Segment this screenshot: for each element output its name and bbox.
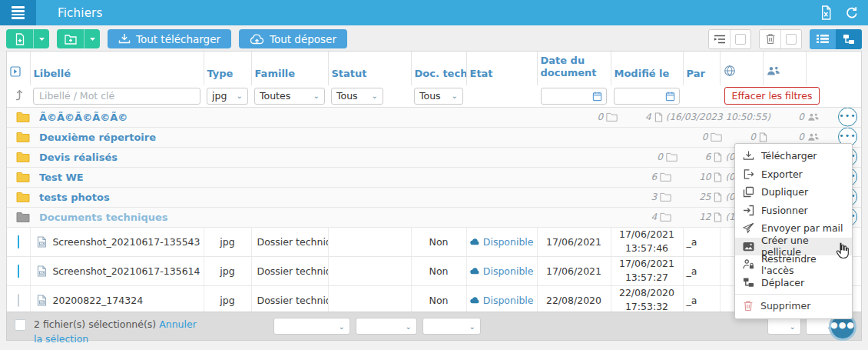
- download-all-button[interactable]: Tout télécharger: [108, 29, 231, 48]
- statut-filter-select[interactable]: Tous⌄: [331, 88, 383, 105]
- row-actions-button[interactable]: •••: [838, 108, 857, 127]
- bulk-statut-select[interactable]: ⌄: [356, 318, 417, 335]
- image-file-icon: [37, 236, 47, 248]
- col-header-etat[interactable]: Etat: [466, 52, 537, 85]
- cell-type: jpg: [204, 256, 251, 285]
- new-file-dropdown-caret[interactable]: [33, 29, 49, 48]
- file-name: Screenshot_20210617-135614: [52, 265, 200, 277]
- delete-option-checkbox[interactable]: [780, 30, 801, 48]
- file-count-icon: [759, 132, 767, 142]
- folder-count-icon: [606, 112, 618, 122]
- cell-statut: [328, 285, 411, 315]
- cloud-icon: [470, 238, 479, 246]
- menu-item-dupliquer[interactable]: Dupliquer: [735, 183, 852, 202]
- footer-select-checkbox[interactable]: [15, 319, 26, 331]
- expand-option-group: [708, 29, 751, 49]
- hamburger-menu-icon[interactable]: [0, 0, 36, 25]
- folder-row[interactable]: Documents techniques412(19/02/20•••: [7, 207, 861, 227]
- cell-etat: Disponible: [470, 295, 534, 306]
- cell-modifie-le: 17/06/202113:57:27: [615, 257, 680, 285]
- folder-name: Ã©Ã©Ã©Ã©Ã©: [39, 112, 128, 123]
- user-count: 0: [786, 112, 820, 122]
- cell-type: jpg: [204, 227, 251, 256]
- folder-row[interactable]: Ã©Ã©Ã©Ã©Ã©04(16/03/2023 10:50:55)0•••: [7, 107, 861, 127]
- chevron-down-icon: [38, 37, 45, 42]
- new-file-split-button: [6, 29, 49, 48]
- group-icon[interactable]: [763, 52, 806, 85]
- globe-icon[interactable]: [720, 52, 763, 85]
- delete-option-group: [759, 29, 802, 49]
- date-document-filter-input[interactable]: [541, 88, 607, 105]
- file-row[interactable]: Screenshot_20210617-135543jpgDossier tec…: [7, 227, 861, 256]
- col-header-libelle[interactable]: Libellé: [30, 52, 204, 85]
- expand-all-icon[interactable]: [7, 52, 30, 85]
- file-checkbox[interactable]: [18, 265, 19, 278]
- mouse-cursor-hand: [834, 242, 851, 260]
- trash-icon[interactable]: [760, 30, 780, 48]
- folder-row[interactable]: Deuxième répertoire000•••: [7, 127, 861, 147]
- bulk-actions-button[interactable]: ●●●: [831, 315, 854, 338]
- col-header-actions: [806, 52, 861, 85]
- type-filter-select[interactable]: jpg⌄: [207, 88, 248, 105]
- col-header-par[interactable]: Par: [683, 52, 720, 85]
- cell-etat: Disponible: [470, 265, 534, 277]
- col-header-modifie-le[interactable]: Modifié le: [611, 52, 683, 85]
- bulk-doc-tech-select[interactable]: ⌄: [422, 318, 481, 335]
- bulk-famille-select[interactable]: ⌄: [273, 318, 350, 335]
- group-count-icon: [807, 132, 820, 142]
- toolbar: Tout télécharger Tout déposer: [0, 25, 868, 52]
- cell-doc-tech: Non: [411, 227, 466, 256]
- clear-filters-button[interactable]: Effacer les filtres: [724, 87, 820, 105]
- cell-doc-tech: Non: [411, 285, 466, 315]
- file-checkbox[interactable]: [18, 235, 19, 248]
- folder-plus-icon: [65, 34, 77, 45]
- col-header-type[interactable]: Type: [204, 52, 251, 85]
- keyword-filter-input[interactable]: [33, 88, 200, 105]
- col-header-doc-tech[interactable]: Doc. tech.: [411, 52, 466, 85]
- chevron-down-icon: ⌄: [372, 92, 378, 100]
- menu-item-supprimer[interactable]: Supprimer: [735, 297, 852, 315]
- col-header-statut[interactable]: Statut: [328, 52, 411, 85]
- new-folder-dropdown-caret[interactable]: [84, 29, 100, 48]
- menu-item-fusionner[interactable]: Fusionner: [735, 202, 852, 220]
- menu-item-telecharger[interactable]: Télécharger: [735, 147, 852, 165]
- file-row[interactable]: Screenshot_20210617-135614jpgDossier tec…: [7, 256, 861, 285]
- chevron-down-icon: ⌄: [452, 92, 458, 100]
- folder-row[interactable]: Test WE610(04/12/20•••: [7, 167, 861, 187]
- deposit-all-button[interactable]: Tout déposer: [239, 29, 347, 48]
- bulk-option-select-1[interactable]: ⌄: [767, 318, 801, 335]
- cell-doc-tech: Non: [411, 256, 466, 285]
- view-toggle: [810, 29, 862, 49]
- modifie-le-filter-input[interactable]: [614, 88, 680, 105]
- cell-statut: [328, 256, 411, 285]
- refresh-icon[interactable]: [845, 6, 859, 20]
- cell-date-document: 22/08/2020: [537, 285, 611, 315]
- cell-modifie-le: 17/06/202113:57:46: [615, 228, 680, 255]
- new-folder-button[interactable]: [57, 29, 84, 48]
- new-file-button[interactable]: [6, 29, 33, 48]
- menu-item-deplacer[interactable]: Déplacer: [735, 274, 852, 292]
- calendar-icon: [592, 91, 602, 102]
- image-icon: [743, 242, 754, 252]
- tree-view-button[interactable]: [836, 29, 862, 49]
- list-view-button[interactable]: [810, 29, 836, 49]
- col-header-famille[interactable]: Famille: [251, 52, 328, 85]
- image-file-icon: [37, 265, 47, 277]
- file-row[interactable]: 20200822_174324jpgDossier techniqueNonDi…: [7, 285, 861, 315]
- expand-option-checkbox[interactable]: [730, 30, 750, 48]
- folder-row[interactable]: tests photos325(02/12/20•••: [7, 187, 861, 207]
- famille-filter-select[interactable]: Toutes⌄: [254, 88, 325, 105]
- doc-tech-filter-select[interactable]: Tous⌄: [414, 88, 463, 105]
- file-checkbox[interactable]: [18, 294, 19, 307]
- file-count: 0: [750, 132, 770, 142]
- excel-export-icon[interactable]: [820, 5, 833, 20]
- sort-direction-icon[interactable]: [7, 85, 30, 107]
- cloud-upload-icon: [250, 34, 264, 45]
- menu-item-exporter[interactable]: Exporter: [735, 165, 852, 184]
- file-name: 20200822_174324: [53, 295, 144, 306]
- indent-list-icon[interactable]: [709, 30, 730, 48]
- folder-row[interactable]: Devis réalisés06(02/09/20•••: [7, 147, 861, 167]
- tree-view-icon: [843, 34, 855, 45]
- col-header-date-document[interactable]: Date du document: [537, 52, 611, 85]
- folder-name: Documents techniques: [39, 212, 168, 223]
